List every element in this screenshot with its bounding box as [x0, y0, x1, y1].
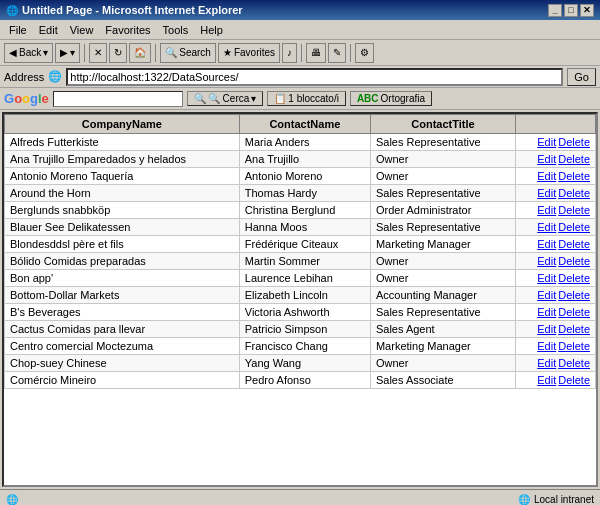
- delete-link[interactable]: Delete: [558, 238, 590, 250]
- back-button[interactable]: ◀ Back ▾: [4, 43, 53, 63]
- company-name-cell: Centro comercial Moctezuma: [5, 338, 240, 355]
- delete-link[interactable]: Delete: [558, 374, 590, 386]
- edit-link[interactable]: Edit: [537, 374, 556, 386]
- menu-file[interactable]: File: [4, 23, 32, 37]
- google-logo: Google: [4, 91, 49, 106]
- company-name-cell: Bottom-Dollar Markets: [5, 287, 240, 304]
- google-search-input[interactable]: [53, 91, 183, 107]
- menu-help[interactable]: Help: [195, 23, 228, 37]
- toolbar-separator-4: [350, 44, 351, 62]
- maximize-button[interactable]: □: [564, 4, 578, 17]
- delete-link[interactable]: Delete: [558, 323, 590, 335]
- table-row: Bottom-Dollar MarketsElizabeth LincolnAc…: [5, 287, 596, 304]
- contact-title-cell: Owner: [370, 355, 515, 372]
- contact-title-cell: Owner: [370, 151, 515, 168]
- menu-tools[interactable]: Tools: [158, 23, 194, 37]
- actions-cell: EditDelete: [515, 338, 595, 355]
- print-button[interactable]: 🖶: [306, 43, 326, 63]
- edit-link[interactable]: Edit: [537, 136, 556, 148]
- address-input[interactable]: [66, 68, 563, 86]
- menu-view[interactable]: View: [65, 23, 99, 37]
- contact-title-cell: Sales Agent: [370, 321, 515, 338]
- stop-button[interactable]: ✕: [89, 43, 107, 63]
- edit-link[interactable]: Edit: [537, 221, 556, 233]
- globe-icon: 🌐: [48, 70, 62, 83]
- contact-title-cell: Sales Representative: [370, 304, 515, 321]
- media-button[interactable]: ♪: [282, 43, 297, 63]
- actions-cell: EditDelete: [515, 168, 595, 185]
- contact-name-cell: Frédérique Citeaux: [239, 236, 370, 253]
- delete-link[interactable]: Delete: [558, 136, 590, 148]
- edit-link[interactable]: Edit: [537, 238, 556, 250]
- edit-link[interactable]: Edit: [537, 357, 556, 369]
- table-row: Around the HornThomas HardySales Represe…: [5, 185, 596, 202]
- search-button[interactable]: 🔍 Search: [160, 43, 216, 63]
- delete-link[interactable]: Delete: [558, 255, 590, 267]
- edit-link[interactable]: Edit: [537, 153, 556, 165]
- minimize-button[interactable]: _: [548, 4, 562, 17]
- edit-link[interactable]: Edit: [537, 340, 556, 352]
- google-blocked-button[interactable]: 📋 1 bloccato/i: [267, 91, 346, 106]
- contact-name-cell: Laurence Lebihan: [239, 270, 370, 287]
- actions-cell: EditDelete: [515, 287, 595, 304]
- edit-link[interactable]: Edit: [537, 323, 556, 335]
- menu-edit[interactable]: Edit: [34, 23, 63, 37]
- contact-title-cell: Sales Representative: [370, 219, 515, 236]
- refresh-button[interactable]: ↻: [109, 43, 127, 63]
- home-button[interactable]: 🏠: [129, 43, 151, 63]
- actions-cell: EditDelete: [515, 253, 595, 270]
- table-row: Blauer See DelikatessenHanna MoosSales R…: [5, 219, 596, 236]
- table-row: Bon app'Laurence LebihanOwnerEditDelete: [5, 270, 596, 287]
- contact-title-cell: Sales Associate: [370, 372, 515, 389]
- chevron-down-icon: ▾: [43, 47, 48, 58]
- delete-link[interactable]: Delete: [558, 272, 590, 284]
- actions-cell: EditDelete: [515, 321, 595, 338]
- company-name-cell: Antonio Moreno Taquería: [5, 168, 240, 185]
- tools-button[interactable]: ⚙: [355, 43, 374, 63]
- menu-bar: File Edit View Favorites Tools Help: [0, 20, 600, 40]
- delete-link[interactable]: Delete: [558, 306, 590, 318]
- refresh-icon: ↻: [114, 47, 122, 58]
- toolbar: ◀ Back ▾ ▶ ▾ ✕ ↻ 🏠 🔍 Search ★ Favorites …: [0, 40, 600, 66]
- google-cerca-button[interactable]: 🔍 🔍 Cerca ▾: [187, 91, 263, 106]
- data-table: CompanyName ContactName ContactTitle Alf…: [4, 114, 596, 389]
- edit-link[interactable]: Edit: [537, 289, 556, 301]
- delete-link[interactable]: Delete: [558, 187, 590, 199]
- delete-link[interactable]: Delete: [558, 340, 590, 352]
- table-row: B's BeveragesVictoria AshworthSales Repr…: [5, 304, 596, 321]
- contact-title-cell: Owner: [370, 270, 515, 287]
- delete-link[interactable]: Delete: [558, 204, 590, 216]
- google-bar: Google 🔍 🔍 Cerca ▾ 📋 1 bloccato/i ABC Or…: [0, 88, 600, 110]
- close-button[interactable]: ✕: [580, 4, 594, 17]
- company-name-cell: Alfreds Futterkiste: [5, 134, 240, 151]
- favorites-button[interactable]: ★ Favorites: [218, 43, 280, 63]
- edit-link[interactable]: Edit: [537, 187, 556, 199]
- edit-link[interactable]: Edit: [537, 272, 556, 284]
- chevron-down-icon: ▾: [251, 93, 256, 104]
- edit-button[interactable]: ✎: [328, 43, 346, 63]
- forward-button[interactable]: ▶ ▾: [55, 43, 80, 63]
- company-name-cell: Blondesddsl père et fils: [5, 236, 240, 253]
- delete-link[interactable]: Delete: [558, 153, 590, 165]
- contact-name-cell: Victoria Ashworth: [239, 304, 370, 321]
- delete-link[interactable]: Delete: [558, 221, 590, 233]
- contact-name-cell: Patricio Simpson: [239, 321, 370, 338]
- edit-link[interactable]: Edit: [537, 306, 556, 318]
- address-bar: Address 🌐 Go: [0, 66, 600, 88]
- col-header-title: ContactTitle: [370, 115, 515, 134]
- edit-link[interactable]: Edit: [537, 255, 556, 267]
- company-name-cell: Berglunds snabbköp: [5, 202, 240, 219]
- go-button[interactable]: Go: [567, 68, 596, 86]
- contact-name-cell: Pedro Afonso: [239, 372, 370, 389]
- col-header-contact: ContactName: [239, 115, 370, 134]
- edit-link[interactable]: Edit: [537, 204, 556, 216]
- delete-link[interactable]: Delete: [558, 357, 590, 369]
- spell-button[interactable]: ABC Ortografia: [350, 91, 432, 106]
- chevron-down-icon: ▾: [70, 47, 75, 58]
- edit-link[interactable]: Edit: [537, 170, 556, 182]
- delete-link[interactable]: Delete: [558, 289, 590, 301]
- table-row: Centro comercial MoctezumaFrancisco Chan…: [5, 338, 596, 355]
- menu-favorites[interactable]: Favorites: [100, 23, 155, 37]
- delete-link[interactable]: Delete: [558, 170, 590, 182]
- content-area[interactable]: CompanyName ContactName ContactTitle Alf…: [2, 112, 598, 487]
